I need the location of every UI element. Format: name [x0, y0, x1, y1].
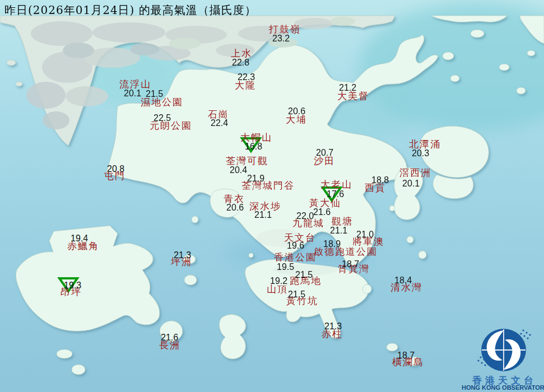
station-value: 22.4 [211, 119, 228, 127]
page-title: 昨日(2026年01月24日) 的最高氣溫（攝氏度） [4, 3, 257, 18]
station-name: 香港公園 [274, 253, 317, 262]
station-value: 21.6 [161, 333, 178, 342]
hko-logo: 香港天文台 HONG KONG OBSERVATORY [465, 326, 544, 392]
station-value: 20.3 [412, 149, 429, 157]
station-value: 19.6 [287, 241, 304, 250]
station-name: 大美督 [337, 91, 369, 101]
station-name: 大埔 [286, 115, 307, 124]
island-mirs-6 [527, 50, 535, 56]
station-value: 22.3 [238, 73, 255, 81]
station-value: 22.8 [232, 58, 249, 67]
station-value: 21.0 [356, 230, 374, 239]
station-name: 大隴 [235, 81, 256, 90]
station-value: 19.5 [277, 263, 294, 271]
island-mirs-2 [450, 75, 459, 82]
island-mirs-4 [499, 64, 509, 71]
station-value: 21.3 [324, 322, 342, 330]
station-name: 北潭涌 [409, 139, 441, 149]
station-value: 20.8 [107, 165, 124, 173]
island-po-toi-1 [387, 343, 398, 351]
logo-english-text: HONG KONG OBSERVATORY [462, 384, 544, 391]
island-mirs-1 [443, 52, 454, 60]
station-value: 20.7 [316, 148, 333, 157]
station-name: 上水 [231, 49, 252, 58]
station-value: 20.6 [288, 107, 305, 115]
island-port-shelter-1 [389, 206, 395, 211]
station-name: 觀塘 [332, 217, 353, 226]
station-value: 20.6 [226, 203, 244, 212]
island-soko-1 [57, 349, 72, 358]
station-value: 19.3 [64, 281, 81, 290]
station-value: 18.7 [397, 351, 415, 360]
island-tung-lung [362, 284, 371, 293]
station-value: 20.1 [124, 89, 141, 97]
station-value: 22.5 [154, 114, 171, 122]
station-name: 流浮山 [119, 80, 151, 89]
station-value: 21.5 [295, 270, 313, 279]
island-west-1 [7, 60, 16, 66]
station-value: 21.9 [247, 174, 264, 183]
island-mirs-3 [471, 30, 484, 38]
island-soko-2 [72, 365, 85, 375]
station-value: 18.4 [394, 276, 412, 284]
station-value: 21.3 [174, 251, 191, 259]
station-value: 21.5 [146, 90, 163, 98]
station-value: 18.7 [342, 260, 359, 268]
station-value: 21.2 [339, 83, 356, 92]
station-name: 打鼓嶺 [269, 25, 301, 34]
station-value: 20.1 [402, 179, 420, 188]
station-name: 荃灣可觀 [226, 156, 268, 166]
station-name: 濕地公園 [141, 97, 183, 107]
station-name: 滘西洲 [399, 168, 431, 178]
island-cwb-2 [419, 251, 426, 259]
station-value: 21.6 [313, 208, 331, 216]
station-name: 山頂 [267, 284, 288, 294]
hko-temperature-map: 昨日(2026年01月24日) 的最高氣溫（攝氏度） 23.2打鼓嶺22.8上水… [0, 0, 544, 392]
station-value: 19.4 [71, 234, 88, 242]
station-value: 16.8 [245, 142, 262, 151]
station-value: 20.4 [230, 166, 247, 174]
station-value: 18.9 [323, 240, 341, 248]
station-value: 23.2 [272, 34, 290, 43]
station-value: 21.1 [330, 226, 347, 235]
island-ma-wan [192, 216, 198, 223]
hong-kong-map [0, 0, 544, 392]
station-value: 21.5 [288, 290, 305, 298]
island-west-2 [16, 82, 22, 86]
island-cwb-1 [407, 236, 413, 243]
station-value: 22.0 [296, 212, 314, 220]
station-value: 21.1 [254, 211, 272, 219]
station-name: 大老山 [320, 180, 352, 189]
station-name: 沙田 [314, 156, 335, 166]
station-value: 19.2 [270, 277, 287, 285]
hko-logo-symbol [465, 326, 544, 374]
island-hei-ling-chau [184, 275, 197, 285]
island-mirs-5 [517, 87, 526, 94]
station-value: 17.6 [327, 190, 344, 198]
station-value: 18.8 [371, 176, 389, 184]
station-name: 黃大仙 [309, 198, 341, 208]
island-green-island [249, 253, 253, 258]
station-name: 大帽山 [240, 133, 272, 142]
